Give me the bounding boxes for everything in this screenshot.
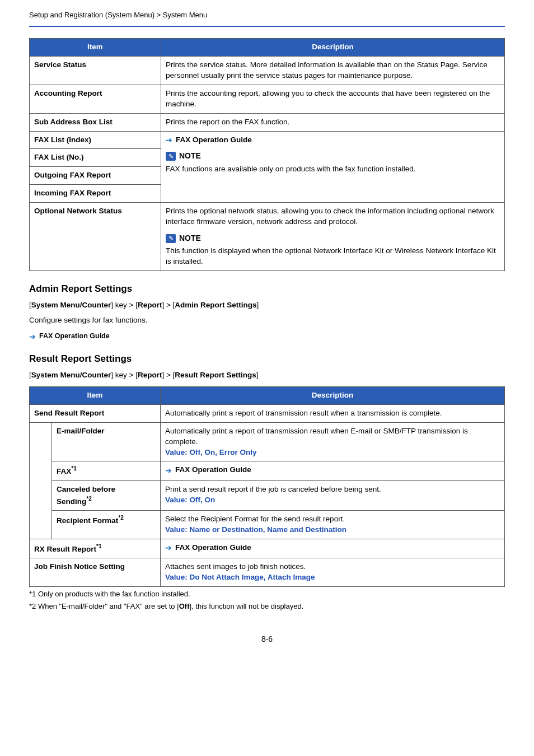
- fn-text: When "E-mail/Folder" and "FAX" are set t…: [38, 602, 179, 610]
- footnote-1: *1 Only on products with the fax functio…: [29, 589, 505, 599]
- value-text: : Off, On, Error Only: [185, 448, 256, 456]
- value-label: Value: [165, 496, 185, 504]
- row-rx-result: RX Result Report*1: [30, 539, 161, 558]
- text: Attaches sent images to job finish notic…: [165, 562, 500, 572]
- desc-fax: ➔ FAX Operation Guide: [160, 461, 504, 480]
- path-sep: ] > [: [162, 301, 175, 309]
- desc-fax-block: ➔ FAX Operation Guide ✎ NOTE FAX functio…: [161, 131, 505, 203]
- arrow-icon: ➔: [29, 333, 36, 340]
- note-icon: ✎: [166, 152, 176, 161]
- value-text: : Off, On: [185, 496, 215, 504]
- result-table: Item Description Send Result Report Auto…: [29, 386, 505, 587]
- fax-guide-link[interactable]: FAX Operation Guide: [176, 135, 252, 146]
- row-fax: FAX*1: [52, 461, 161, 480]
- fn-prefix: *2: [29, 602, 38, 610]
- sup: *1: [96, 543, 101, 549]
- text: Print a send result report if the job is…: [165, 484, 500, 495]
- text: Automatically print a report of transmis…: [165, 426, 500, 447]
- fn-prefix: *1: [29, 590, 38, 598]
- row-fax-no: FAX List (No.): [30, 149, 161, 167]
- path-sep: ] key > [: [111, 301, 138, 309]
- fax-guide-link[interactable]: FAX Operation Guide: [175, 543, 251, 553]
- optnet-text1: Prints the optional network status, allo…: [166, 206, 500, 227]
- fn-text: Only on products with the fax function i…: [38, 590, 190, 598]
- fax-guide-link[interactable]: FAX Operation Guide: [175, 465, 251, 475]
- fax-guide-link[interactable]: FAX Operation Guide: [39, 332, 110, 342]
- path-sep: ] > [: [162, 371, 175, 379]
- col-item: Item: [30, 387, 161, 405]
- note-icon: ✎: [166, 234, 176, 243]
- value-label: Value: [165, 448, 185, 456]
- col-item: Item: [30, 39, 161, 57]
- page-number: 8-6: [29, 634, 505, 645]
- arrow-icon: ➔: [165, 544, 172, 552]
- col-desc: Description: [161, 39, 505, 57]
- value-label: Value: [165, 525, 185, 534]
- heading-result-report: Result Report Settings: [29, 352, 505, 366]
- col-desc: Description: [160, 387, 504, 405]
- row-send-result: Send Result Report: [30, 404, 161, 422]
- indent-block: [30, 422, 52, 539]
- row-fax-index: FAX List (Index): [30, 131, 161, 149]
- text: RX Result Report: [34, 544, 96, 553]
- value-text: : Do Not Attach Image, Attach Image: [185, 573, 315, 581]
- row-job-finish: Job Finish Notice Setting: [30, 558, 161, 587]
- sup: *2: [118, 515, 123, 521]
- row-accounting-report: Accounting Report: [30, 85, 161, 113]
- report-table-1: Item Description Service Status Prints t…: [29, 38, 505, 271]
- sup: *2: [86, 496, 91, 502]
- fn-bold: Off: [179, 602, 190, 610]
- text: FAX: [57, 467, 71, 475]
- text: Select the Recipient Format for the send…: [165, 514, 500, 525]
- desc-optional-network: Prints the optional network status, allo…: [161, 203, 505, 271]
- note-fax-body: FAX functions are available only on prod…: [166, 164, 500, 175]
- desc-recipient: Select the Recipient Format for the send…: [160, 511, 504, 539]
- text: Recipient Format: [57, 516, 118, 525]
- value-text: : Name or Destination, Name and Destinat…: [185, 525, 346, 534]
- row-canceled: Canceled before Sending*2: [52, 480, 161, 510]
- desc-job-finish: Attaches sent images to job finish notic…: [160, 558, 504, 587]
- row-outgoing: Outgoing FAX Report: [30, 167, 161, 185]
- value-label: Value: [165, 573, 185, 581]
- row-optional-network: Optional Network Status: [30, 203, 161, 271]
- breadcrumb: Setup and Registration (System Menu) > S…: [29, 10, 505, 27]
- row-service-status: Service Status: [30, 57, 161, 85]
- arrow-icon: ➔: [165, 466, 172, 474]
- desc-sub-address: Prints the report on the FAX function.: [161, 113, 505, 131]
- desc-send-result: Automatically print a report of transmis…: [160, 404, 504, 422]
- path-admin-report: [System Menu/Counter] key > [Report] > […: [29, 300, 505, 311]
- path-result-report: [System Menu/Counter] key > [Report] > […: [29, 370, 505, 381]
- row-incoming: Incoming FAX Report: [30, 185, 161, 203]
- path-seg: System Menu/Counter: [31, 301, 111, 309]
- desc-accounting-report: Prints the accounting report, allowing y…: [161, 85, 505, 113]
- heading-admin-report: Admin Report Settings: [29, 282, 505, 296]
- note-label: NOTE: [179, 233, 201, 244]
- note-label: NOTE: [179, 151, 201, 162]
- path-seg: Report: [138, 301, 162, 309]
- path-sep: ] key > [: [111, 371, 138, 379]
- path-seg: System Menu/Counter: [31, 371, 111, 379]
- path-seg: Result Report Settings: [175, 371, 256, 379]
- text: Canceled before: [57, 484, 156, 495]
- row-recipient: Recipient Format*2: [52, 511, 161, 539]
- admin-body: Configure settings for fax functions.: [29, 315, 505, 326]
- row-sub-address: Sub Address Box List: [30, 113, 161, 131]
- text: Sending: [57, 497, 86, 505]
- arrow-icon: ➔: [166, 136, 172, 144]
- desc-service-status: Prints the service status. More detailed…: [161, 57, 505, 85]
- fn-text: ], this function will not be displayed.: [190, 602, 304, 610]
- desc-rx-result: ➔ FAX Operation Guide: [160, 539, 504, 558]
- desc-canceled: Print a send result report if the job is…: [160, 480, 504, 510]
- footnote-2: *2 When "E-mail/Folder" and "FAX" are se…: [29, 601, 505, 612]
- path-seg: Report: [138, 371, 162, 379]
- path-seg: Admin Report Settings: [175, 301, 256, 309]
- sup: *1: [71, 465, 76, 472]
- optnet-text2: This function is displayed when the opti…: [166, 246, 500, 267]
- desc-email-folder: Automatically print a report of transmis…: [160, 422, 504, 461]
- row-email-folder: E-mail/Folder: [52, 422, 161, 461]
